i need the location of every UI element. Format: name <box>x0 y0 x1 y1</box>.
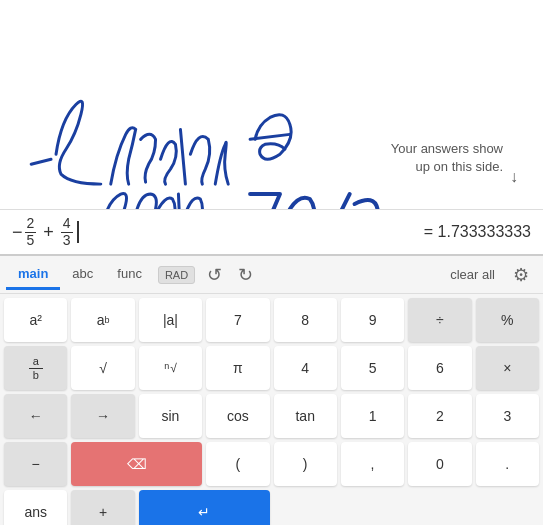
btn-backspace[interactable]: ⌫ <box>71 442 202 486</box>
btn-open-paren[interactable]: ( <box>206 442 269 486</box>
btn-9[interactable]: 9 <box>341 298 404 342</box>
expression-bar: − 2 5 + 4 3 = 1.733333333 <box>0 210 543 256</box>
btn-enter[interactable]: ↵ <box>139 490 270 525</box>
clear-all-button[interactable]: clear all <box>440 263 505 286</box>
btn-1[interactable]: 1 <box>341 394 404 438</box>
btn-4[interactable]: 4 <box>274 346 337 390</box>
btn-cos[interactable]: cos <box>206 394 269 438</box>
btn-multiply[interactable]: × <box>476 346 539 390</box>
fraction-4-over-3: 4 3 <box>61 216 73 248</box>
btn-8[interactable]: 8 <box>274 298 337 342</box>
btn-3[interactable]: 3 <box>476 394 539 438</box>
btn-7[interactable]: 7 <box>206 298 269 342</box>
btn-0[interactable]: 0 <box>408 442 471 486</box>
btn-divide[interactable]: ÷ <box>408 298 471 342</box>
btn-fraction[interactable]: a b <box>4 346 67 390</box>
btn-close-paren[interactable]: ) <box>274 442 337 486</box>
btn-minus[interactable]: − <box>4 442 67 486</box>
cursor <box>77 221 79 243</box>
btn-sqrt[interactable]: √ <box>71 346 134 390</box>
handwriting-svg <box>0 0 543 209</box>
btn-nthroot[interactable]: n√ <box>139 346 202 390</box>
btn-ans[interactable]: ans <box>4 490 67 525</box>
settings-button[interactable]: ⚙ <box>505 260 537 290</box>
tab-func[interactable]: func <box>105 260 154 290</box>
btn-left-arrow[interactable]: ← <box>4 394 67 438</box>
btn-tan[interactable]: tan <box>274 394 337 438</box>
tab-main[interactable]: main <box>6 260 60 290</box>
arrow-hint-icon: ↓ <box>510 168 518 186</box>
undo-button[interactable]: ↺ <box>199 260 230 290</box>
fraction-minus2-over-5: 2 5 <box>25 216 37 248</box>
tab-abc[interactable]: abc <box>60 260 105 290</box>
btn-sin[interactable]: sin <box>139 394 202 438</box>
btn-comma[interactable]: , <box>341 442 404 486</box>
btn-a-squared[interactable]: a² <box>4 298 67 342</box>
redo-button[interactable]: ↻ <box>230 260 261 290</box>
rad-badge[interactable]: RAD <box>158 266 195 284</box>
expression-input: − 2 5 + 4 3 <box>12 216 414 248</box>
btn-6[interactable]: 6 <box>408 346 471 390</box>
btn-abs[interactable]: |a| <box>139 298 202 342</box>
calc-grid: a² ab |a| 7 8 9 ÷ % a b √ n√ π 4 5 6 × ←… <box>0 294 543 525</box>
expression-result: = 1.733333333 <box>424 223 531 241</box>
btn-5[interactable]: 5 <box>341 346 404 390</box>
minus-sign: − <box>12 222 23 243</box>
plus-sign: + <box>38 222 59 243</box>
handwriting-area[interactable]: Your answers show up on this side. ↓ <box>0 0 543 210</box>
toolbar: main abc func RAD ↺ ↻ clear all ⚙ <box>0 256 543 294</box>
btn-right-arrow[interactable]: → <box>71 394 134 438</box>
btn-a-power-b[interactable]: ab <box>71 298 134 342</box>
btn-percent[interactable]: % <box>476 298 539 342</box>
btn-plus[interactable]: + <box>71 490 134 525</box>
btn-2[interactable]: 2 <box>408 394 471 438</box>
btn-pi[interactable]: π <box>206 346 269 390</box>
btn-decimal[interactable]: . <box>476 442 539 486</box>
hint-text: Your answers show up on this side. <box>391 140 503 176</box>
